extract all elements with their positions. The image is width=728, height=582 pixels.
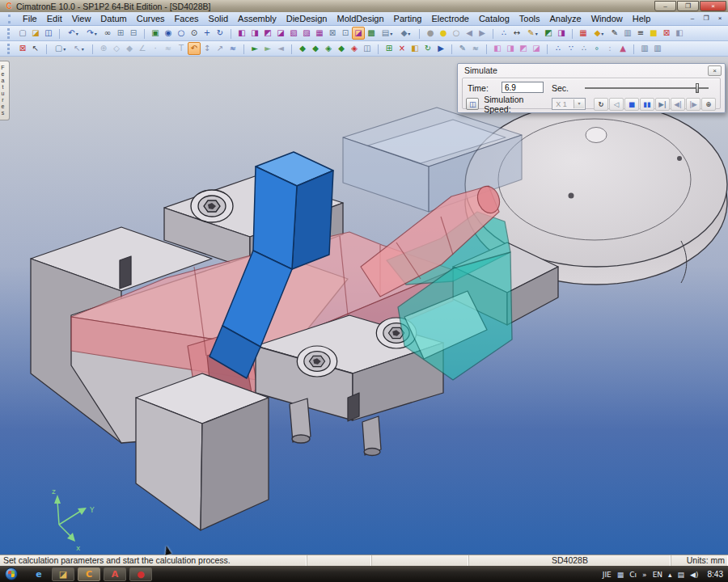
active-return-icon[interactable]: ↶ bbox=[188, 42, 201, 55]
menu-parting[interactable]: Parting bbox=[389, 14, 427, 23]
time-input[interactable] bbox=[502, 82, 544, 93]
window-maximize-button[interactable]: ❐ bbox=[677, 1, 699, 11]
hide-entities-icon[interactable]: ⊠ bbox=[326, 27, 339, 40]
sketch-edit-icon[interactable]: ✎ bbox=[456, 42, 469, 55]
menu-faces[interactable]: Faces bbox=[170, 14, 204, 23]
redo-icon[interactable]: ↷ bbox=[83, 27, 101, 40]
selection-filter-icon[interactable]: ↖ bbox=[70, 42, 88, 55]
recorder-app-icon[interactable]: ● bbox=[129, 567, 152, 581]
sketch-angle-icon[interactable]: ∠ bbox=[136, 42, 149, 55]
connect-edit-icon[interactable]: ◆ bbox=[309, 42, 322, 55]
import-geometry-icon[interactable]: ◩ bbox=[542, 27, 555, 40]
clip-plane-icon[interactable]: ⊠ bbox=[660, 27, 673, 40]
light-on-icon[interactable]: ● bbox=[437, 27, 450, 40]
shaded-edges-display-icon[interactable]: ◪ bbox=[274, 27, 287, 40]
ime-lang-indicator[interactable]: JIE bbox=[603, 569, 612, 579]
pick-cursor-icon[interactable]: ↖ bbox=[29, 42, 42, 55]
measure-icon[interactable]: ↔ bbox=[510, 27, 523, 40]
sketch-offset-icon[interactable]: ≈ bbox=[162, 42, 175, 55]
pen-style-icon[interactable]: ✎ bbox=[608, 27, 621, 40]
cimatron-taskbar-icon[interactable]: C bbox=[78, 567, 100, 581]
surface-tool-2-icon[interactable]: ◨ bbox=[504, 42, 517, 55]
light-dim-icon[interactable]: ○ bbox=[450, 27, 463, 40]
menu-molddesign[interactable]: MoldDesign bbox=[332, 14, 388, 23]
surface-tool-1-icon[interactable]: ◧ bbox=[491, 42, 504, 55]
zoom-fit-icon[interactable]: ○ bbox=[175, 27, 188, 40]
project-icon[interactable]: ↗ bbox=[214, 42, 226, 55]
step-back-button[interactable]: ◀| bbox=[671, 98, 685, 111]
display-filter-icon[interactable]: ◆ bbox=[396, 27, 415, 40]
menu-electrode[interactable]: Electrode bbox=[426, 14, 473, 23]
window-minimize-button[interactable]: – bbox=[654, 1, 676, 11]
motion-limits-icon[interactable]: ◆ bbox=[335, 42, 348, 55]
half-section-icon[interactable]: ▲ bbox=[616, 42, 629, 55]
shaded-display-icon[interactable]: ◧ bbox=[235, 27, 248, 40]
record-view-button[interactable]: ◫ bbox=[466, 98, 479, 110]
red-app-icon[interactable]: A bbox=[104, 567, 126, 581]
time-slider[interactable] bbox=[585, 87, 709, 89]
point-cloud-icon[interactable]: : bbox=[603, 42, 616, 55]
previous-view-icon[interactable]: ◀ bbox=[463, 27, 476, 40]
time-slider-handle[interactable] bbox=[696, 83, 699, 93]
socket-screw-1[interactable] bbox=[191, 190, 233, 222]
step-to-end-button[interactable]: ▶| bbox=[655, 98, 670, 111]
datum-axis-icon[interactable]: ∵ bbox=[565, 42, 578, 55]
rotate-view-icon[interactable]: ↻ bbox=[214, 27, 226, 40]
line-width-icon[interactable]: ≡ bbox=[634, 27, 647, 40]
hidden-line-display-icon[interactable]: ◩ bbox=[261, 27, 274, 40]
fill-color-icon[interactable]: ◆ bbox=[590, 27, 608, 40]
freeform-icon[interactable]: ≈ bbox=[226, 42, 239, 55]
tile-windows-icon[interactable]: ▥ bbox=[638, 42, 651, 55]
snap-points-icon[interactable]: ∴ bbox=[497, 27, 510, 40]
analysis-display-icon[interactable]: ▨ bbox=[300, 27, 313, 40]
start-button[interactable] bbox=[5, 567, 18, 580]
menu-edit[interactable]: Edit bbox=[42, 14, 67, 23]
add-subassembly-icon[interactable]: ► bbox=[261, 42, 274, 55]
ime-keyboard-icon[interactable]: ▦ bbox=[617, 569, 624, 579]
textured-display-icon[interactable]: ▦ bbox=[313, 27, 326, 40]
show-hidden-icons[interactable]: ▴ bbox=[668, 569, 672, 579]
sketch-text-icon[interactable]: T bbox=[175, 42, 188, 55]
active-display-mode-icon[interactable]: ◪ bbox=[352, 27, 365, 40]
connect-tool-icon[interactable]: ◆ bbox=[296, 42, 309, 55]
object-browser-icon[interactable]: ⊟ bbox=[127, 27, 140, 40]
undo-icon[interactable]: ↶ bbox=[64, 27, 83, 40]
datum-plane-icon[interactable]: ∴ bbox=[578, 42, 590, 55]
language-en-indicator[interactable]: EN bbox=[653, 569, 662, 579]
simulation-zoom-button[interactable]: ⊕ bbox=[701, 98, 716, 111]
light-off-icon[interactable]: ● bbox=[424, 27, 437, 40]
menu-curves[interactable]: Curves bbox=[132, 14, 170, 23]
menu-window[interactable]: Window bbox=[586, 14, 628, 23]
volume-icon[interactable]: ◀) bbox=[690, 569, 698, 579]
cascade-windows-icon[interactable]: ▥ bbox=[651, 42, 664, 55]
mdi-close-button[interactable]: × bbox=[714, 14, 726, 23]
play-reverse-button[interactable]: ◁ bbox=[609, 98, 624, 111]
stop-button[interactable]: ■ bbox=[624, 98, 639, 111]
wireframe-display-icon[interactable]: ◨ bbox=[248, 27, 261, 40]
menu-datum[interactable]: Datum bbox=[95, 14, 131, 23]
catalog-part-icon[interactable]: ◧ bbox=[408, 42, 421, 55]
menu-solid[interactable]: Solid bbox=[204, 14, 233, 23]
delete-connection-icon[interactable]: × bbox=[396, 42, 408, 55]
internet-explorer-icon[interactable]: e bbox=[29, 567, 49, 581]
section-view-icon[interactable]: ◧ bbox=[673, 27, 686, 40]
zoom-window-icon[interactable]: ▣ bbox=[149, 27, 162, 40]
sketch-point-icon[interactable]: ⊕ bbox=[97, 42, 110, 55]
menu-assembly[interactable]: Assembly bbox=[233, 14, 281, 23]
transparent-display-icon[interactable]: ▧ bbox=[287, 27, 300, 40]
save-document-icon[interactable]: ◫ bbox=[42, 27, 55, 40]
network-icon[interactable]: ▤ bbox=[678, 569, 685, 579]
menu-view[interactable]: View bbox=[67, 14, 96, 23]
regenerate-icon[interactable]: ↻ bbox=[421, 42, 434, 55]
selection-marquee-icon[interactable]: ▢ bbox=[51, 42, 70, 55]
stretch-icon[interactable]: ↕ bbox=[201, 42, 214, 55]
tray-overflow-chevron[interactable]: » bbox=[642, 569, 647, 579]
menu-file[interactable]: File bbox=[18, 14, 42, 23]
next-view-icon[interactable]: ▶ bbox=[476, 27, 489, 40]
viewport-3d[interactable]: z Y x Features Simulate × Time: Sec. bbox=[0, 57, 728, 555]
sketch-line-icon[interactable]: ◇ bbox=[110, 42, 123, 55]
datum-point-icon[interactable]: ∴ bbox=[552, 42, 565, 55]
curve-edit-icon[interactable]: ≈ bbox=[469, 42, 482, 55]
annotation-icon[interactable]: ✎ bbox=[523, 27, 542, 40]
menu-tools[interactable]: Tools bbox=[514, 14, 545, 23]
